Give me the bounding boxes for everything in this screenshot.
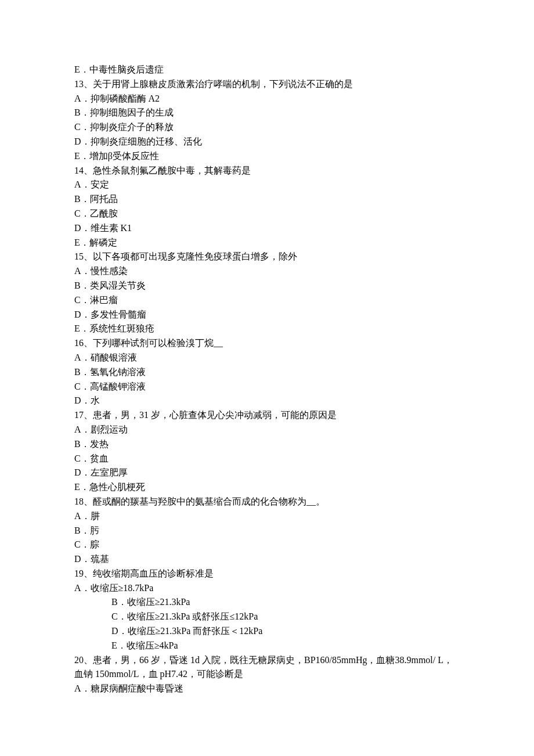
text-line: C．收缩压≥21.3kPa 或舒张压≤12kPa [74,610,460,624]
text-line: A．剧烈运动 [74,423,460,437]
text-line: A．硝酸银溶液 [74,351,460,365]
text-line: E．系统性红斑狼疮 [74,322,460,336]
text-line: C．淋巴瘤 [74,293,460,308]
text-line: C．贫血 [74,452,460,466]
text-line: D．收缩压≥21.3kPa 而舒张压＜12kPa [74,624,460,639]
text-line: B．抑制细胞因子的生成 [74,106,460,120]
text-line: A．慢性感染 [74,264,460,279]
text-line: D．抑制炎症细胞的迁移、活化 [74,135,460,149]
text-line: B．阿托品 [74,192,460,207]
text-line: 14、急性杀鼠剂氟乙酰胺中毒，其解毒药是 [74,164,460,178]
text-line: 20、患者，男，66 岁，昏迷 1d 入院，既往无糖尿病史，BP160/85mm… [74,653,460,682]
text-line: C．腙 [74,538,460,552]
text-line: E．增加β受体反应性 [74,149,460,164]
text-line: 19、纯收缩期高血压的诊断标准是 [74,567,460,581]
text-line: E．急性心肌梗死 [74,480,460,495]
text-line: A．抑制磷酸酯酶 A2 [74,92,460,106]
text-line: 17、患者，男，31 岁，心脏查体见心尖冲动减弱，可能的原因是 [74,408,460,423]
text-line: D．维生素 K1 [74,221,460,236]
text-line: D．水 [74,394,460,408]
text-line: B．类风湿关节炎 [74,279,460,293]
text-line: C．抑制炎症介子的释放 [74,120,460,135]
text-line: B．肟 [74,524,460,538]
text-line: 15、以下各项都可出现多克隆性免疫球蛋白增多，除外 [74,250,460,264]
text-line: D．多发性骨髓瘤 [74,308,460,322]
text-line: C．高锰酸钾溶液 [74,380,460,394]
text-line: B．收缩压≥21.3kPa [74,595,460,610]
text-line: E．中毒性脑炎后遗症 [74,63,460,77]
text-line: D．左室肥厚 [74,466,460,480]
text-line: A．肼 [74,509,460,524]
text-line: 18、醛或酮的羰基与羟胺中的氨基缩合而成的化合物称为__。 [74,495,460,509]
document-page: E．中毒性脑炎后遗症13、关于用肾上腺糖皮质激素治疗哮喘的机制，下列说法不正确的… [0,0,534,731]
text-line: 16、下列哪种试剂可以检验溴丁烷__ [74,336,460,351]
text-line: A．安定 [74,178,460,192]
text-line: A．收缩压≥18.7kPa [74,581,460,596]
text-line: C．乙酰胺 [74,207,460,221]
text-line: E．解磷定 [74,236,460,250]
text-line: 13、关于用肾上腺糖皮质激素治疗哮喘的机制，下列说法不正确的是 [74,77,460,92]
text-line: D．巯基 [74,552,460,567]
text-line: A．糖尿病酮症酸中毒昏迷 [74,682,460,696]
text-line: E．收缩压≥4kPa [74,639,460,653]
text-line: B．发热 [74,437,460,452]
text-line: B．氢氧化钠溶液 [74,365,460,380]
